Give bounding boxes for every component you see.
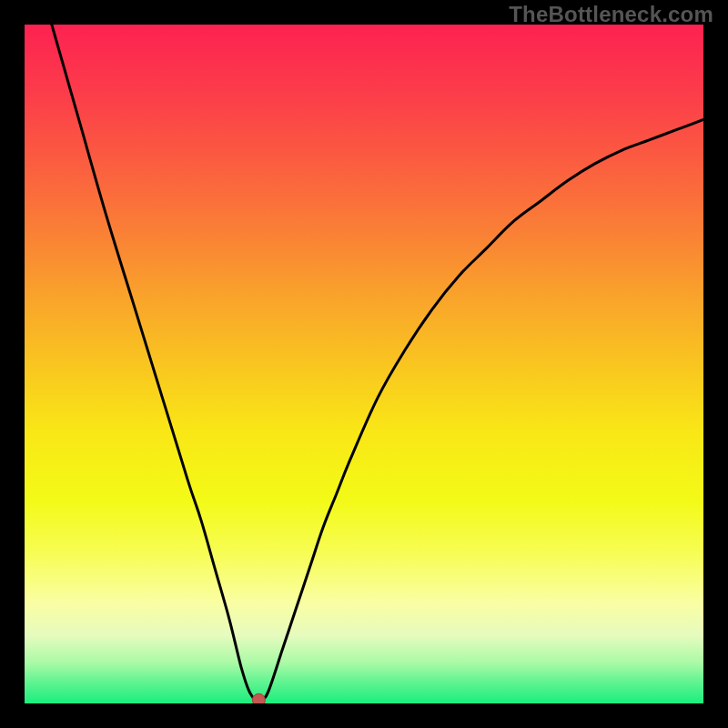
chart-svg <box>25 25 703 703</box>
minimum-dot <box>252 693 265 703</box>
plot-area <box>25 25 703 703</box>
gradient-background <box>25 25 703 703</box>
chart-frame: TheBottleneck.com <box>0 0 728 728</box>
watermark-text: TheBottleneck.com <box>509 2 713 27</box>
